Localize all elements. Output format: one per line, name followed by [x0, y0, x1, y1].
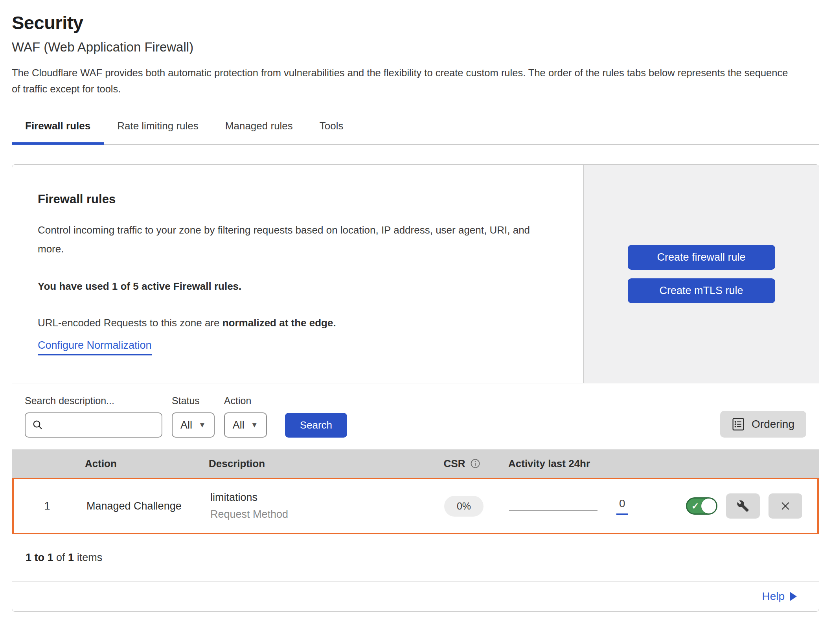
page-title: Security: [12, 0, 819, 33]
arrow-right-icon: [790, 592, 797, 601]
activity-count-link[interactable]: 0: [616, 497, 628, 515]
chevron-down-icon: ▼: [199, 421, 206, 429]
search-input[interactable]: [48, 419, 155, 431]
info-icon[interactable]: [470, 458, 481, 469]
items-range: 1 to 1: [26, 552, 53, 563]
rule-description-cell: limitations Request Method: [210, 491, 419, 521]
header-action: Action: [79, 458, 209, 470]
rules-table-header: Action Description CSR Activity last 24h…: [12, 449, 819, 478]
overview-section: Firewall rules Control incoming traffic …: [12, 165, 819, 383]
page-description: The Cloudflare WAF provides both automat…: [12, 65, 794, 97]
action-label: Action: [224, 395, 267, 407]
header-activity: Activity last 24hr: [507, 458, 684, 470]
status-field: Status All ▼: [172, 395, 215, 438]
rule-priority: 1: [14, 500, 81, 512]
close-icon: [780, 500, 791, 512]
tab-firewall-rules[interactable]: Firewall rules: [12, 114, 104, 145]
ordering-button[interactable]: Ordering: [720, 411, 806, 438]
help-link[interactable]: Help: [762, 590, 797, 603]
chevron-down-icon: ▼: [251, 421, 258, 429]
search-field: Search description...: [25, 395, 162, 438]
header-csr: CSR: [417, 458, 507, 470]
action-select[interactable]: All ▼: [224, 412, 267, 438]
status-select-value: All: [180, 419, 192, 431]
delete-rule-button[interactable]: [768, 493, 802, 519]
rule-row-highlight: 1 Managed Challenge limitations Request …: [12, 478, 819, 534]
page-subtitle: WAF (Web Application Firewall): [12, 40, 819, 55]
items-label: items: [77, 552, 103, 563]
csr-badge: 0%: [444, 496, 484, 517]
rule-enabled-toggle[interactable]: ✓: [686, 497, 717, 515]
rule-action: Managed Challenge: [81, 500, 210, 512]
configure-normalization-link[interactable]: Configure Normalization: [38, 339, 152, 355]
search-button[interactable]: Search: [285, 413, 347, 438]
items-total: 1: [68, 552, 74, 563]
search-label: Search description...: [25, 395, 162, 407]
edit-rule-button[interactable]: [726, 493, 760, 519]
header-description: Description: [209, 458, 417, 470]
overview-text: Firewall rules Control incoming traffic …: [12, 165, 583, 383]
check-icon: ✓: [691, 502, 699, 511]
firewall-rules-card: Firewall rules Control incoming traffic …: [12, 164, 819, 612]
header-csr-label: CSR: [444, 458, 465, 470]
create-firewall-rule-button[interactable]: Create firewall rule: [628, 245, 775, 270]
items-summary: 1 to 1 of 1 items: [12, 534, 819, 581]
activity-sparkline: [509, 510, 598, 511]
action-field: Action All ▼: [224, 395, 267, 438]
normalization-note-bold: normalized at the edge.: [222, 317, 336, 329]
items-of: of: [56, 552, 65, 563]
wrench-icon: [737, 500, 749, 512]
create-mtls-rule-button[interactable]: Create mTLS rule: [628, 278, 775, 303]
tab-tools[interactable]: Tools: [306, 114, 357, 145]
rule-description-detail: Request Method: [210, 508, 419, 521]
create-actions-panel: Create firewall rule Create mTLS rule: [583, 165, 819, 383]
ordering-list-icon: [732, 418, 745, 431]
usage-summary: You have used 1 of 5 active Firewall rul…: [38, 280, 560, 293]
rule-controls: ✓: [686, 493, 817, 519]
filter-bar: Search description... Status All ▼: [12, 383, 819, 449]
rule-description: limitations: [210, 491, 419, 504]
overview-heading: Firewall rules: [38, 192, 560, 206]
search-input-box[interactable]: [25, 412, 162, 438]
help-row: Help: [12, 581, 819, 611]
normalization-note: URL-encoded Requests to this zone are no…: [38, 317, 560, 329]
toggle-knob: [701, 499, 716, 513]
tab-managed-rules[interactable]: Managed rules: [212, 114, 306, 145]
rule-activity-cell: 0: [509, 497, 686, 515]
ordering-button-label: Ordering: [752, 418, 794, 431]
action-select-value: All: [233, 419, 245, 431]
waf-tabs: Firewall rules Rate limiting rules Manag…: [12, 114, 819, 145]
table-row: 1 Managed Challenge limitations Request …: [14, 479, 817, 533]
tab-rate-limiting-rules[interactable]: Rate limiting rules: [104, 114, 212, 145]
overview-description: Control incoming traffic to your zone by…: [38, 221, 553, 258]
waf-page: Security WAF (Web Application Firewall) …: [0, 0, 831, 612]
rule-csr-cell: 0%: [419, 496, 509, 517]
help-link-label: Help: [762, 590, 785, 603]
normalization-note-text: URL-encoded Requests to this zone are: [38, 317, 222, 329]
status-select[interactable]: All ▼: [172, 412, 215, 438]
search-icon: [32, 419, 44, 431]
status-label: Status: [172, 395, 215, 407]
